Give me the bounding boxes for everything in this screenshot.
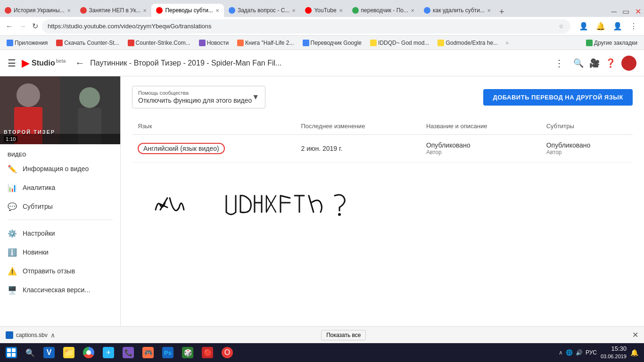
subtitles-cell: Опубликовано Автор [541,135,633,163]
sidebar-item-feedback[interactable]: ⚠️ Отправить отзыв [0,262,120,280]
tab-close-2[interactable]: ✕ [143,8,147,13]
taskbar-app-orange[interactable]: 🎮 [139,344,157,361]
tab-5[interactable]: YouTube ✕ [300,4,347,17]
video-thumbnail[interactable]: ВТОРОЙ ТИЗЕР 1:10 [0,76,121,144]
svg-point-4 [79,87,100,108]
download-bar-close-icon[interactable]: ✕ [632,330,638,339]
tab-favicon-1 [5,7,11,14]
sidebar-section-header: Видео [0,148,120,159]
taskbar-app-green[interactable]: 🎲 [178,344,197,361]
sidebar-item-subtitles[interactable]: 💬 Субтитры [0,197,120,216]
help-button[interactable]: ❓ [605,58,616,68]
tab-bar: История Украины... ✕ Занятие НЕП в Ук...… [0,0,644,17]
taskbar-app-ps[interactable]: Ps [158,344,177,361]
svg-rect-8 [12,348,16,352]
sidebar-item-analytics[interactable]: 📊 Аналитика [0,178,120,197]
v-app-icon: V [43,347,55,358]
notification-icon[interactable]: 🔔 [630,349,638,356]
tab-close-4[interactable]: ✕ [292,8,296,13]
show-all-button[interactable]: Показать все [321,330,366,340]
tab-close-6[interactable]: ✕ [411,8,414,13]
tab-3[interactable]: Переводы субти... ✕ [151,4,223,17]
add-translation-button[interactable]: ДОБАВИТЬ ПЕРЕВОД НА ДРУГОЙ ЯЗЫК [483,89,633,106]
volume-icon[interactable]: 🔊 [576,349,583,356]
bookmark-book[interactable]: Книга "Half-Life 2... [234,39,297,47]
bookmark-counter1[interactable]: Скачать Counter-St... [53,39,122,47]
taskbar-app-telegram[interactable]: ✈ [99,344,118,361]
menu-dots-button[interactable]: ⋮ [627,21,640,32]
address-bar[interactable]: https://studio.youtube.com/video/zyymYbe… [42,19,570,33]
network-icon[interactable]: 🌐 [566,349,573,356]
thumb-duration: 1:10 [4,136,17,142]
community-value: Отключить функцию для этого видео [138,97,252,104]
camera-button[interactable]: 🎥 [589,58,600,68]
taskbar-app-v[interactable]: V [40,344,58,361]
back-nav-button[interactable]: ← [4,20,15,33]
download-bar: captions.sbv ∧ Показать все ✕ [0,326,644,343]
browser-actions: 👤 🔔 👤 ⋮ [576,21,640,32]
bookmark-apps[interactable]: Приложения [4,39,50,47]
browser-controls: ← → ↻ https://studio.youtube.com/video/z… [0,17,644,36]
youtube-icon: ▶ [22,57,30,69]
new-tab-button[interactable]: + [495,7,508,17]
tab-close-5[interactable]: ✕ [339,8,343,13]
tab-1[interactable]: История Украины... ✕ [0,4,75,17]
community-dropdown[interactable]: Помощь сообщества Отключить функцию для … [132,86,265,108]
hamburger-menu-icon[interactable]: ☰ [8,58,16,69]
taskbar-app-opera[interactable]: O [218,344,237,361]
viber-icon: 📞 [123,347,134,358]
sidebar-item-info[interactable]: ✏️ Информация о видео [0,159,120,178]
tab-6[interactable]: переводчик - По... ✕ [347,4,419,17]
main-content: Помощь сообщества Отключить функцию для … [121,76,644,362]
taskbar-search-button[interactable]: 🔍 [21,344,40,361]
taskbar-start-button[interactable] [2,344,21,361]
bell-button[interactable]: 🔔 [593,21,608,32]
tab-2[interactable]: Занятие НЕП в Ук... ✕ [75,4,152,17]
forward-nav-button[interactable]: → [17,20,28,33]
taskbar-app-folder[interactable]: 📁 [59,344,78,361]
bookmark-iddqd[interactable]: IDDQD~ God mod... [367,39,432,47]
counter1-bookmark-icon [56,40,63,46]
col-last-changed: Последнее изменение [295,118,420,135]
bookmark-translate[interactable]: Переводчик Google [300,39,365,47]
bookmark-news[interactable]: Новости [196,39,231,47]
profile-button[interactable]: 👤 [610,21,625,32]
bookmark-godmode[interactable]: Godmode/Extra he... [435,39,501,47]
language-cell: Английский (язык видео) [132,135,295,163]
table-row: Английский (язык видео) 2 июн. 2019 г. О… [132,135,633,163]
bookmark-other[interactable]: Другие закладки [583,39,640,47]
bookmark-counter2[interactable]: Counter-Strike.Com... [125,39,193,47]
language-indicator[interactable]: РУС [586,349,597,356]
close-button[interactable]: ✕ [632,6,644,17]
user-avatar[interactable] [621,56,636,71]
video-title: Паутинник - Второй Тизер - 2019 - Spider… [90,59,554,67]
star-icon[interactable]: ☆ [557,23,565,30]
more-options-button[interactable]: ⋮ [554,58,564,69]
tab-4[interactable]: Задать вопрос - С... ✕ [224,4,301,17]
sidebar-item-settings[interactable]: ⚙️ Настройки [0,224,120,243]
tray-up-icon[interactable]: ∧ [559,349,563,356]
news-bookmark-icon [199,40,206,46]
search-header-button[interactable]: 🔍 [573,58,584,68]
back-button[interactable]: ← [75,58,84,68]
reload-button[interactable]: ↻ [30,20,40,33]
taskbar-app-red[interactable]: 🔴 [198,344,217,361]
maximize-button[interactable]: ▭ [619,6,632,17]
taskbar-app-viber[interactable]: 📞 [119,344,138,361]
tab-7[interactable]: как удалить субти... ✕ [419,4,495,17]
edit-icon: ✏️ [8,164,17,173]
tab-close-7[interactable]: ✕ [487,8,491,13]
extensions-button[interactable]: 👤 [576,21,591,32]
download-expand-icon[interactable]: ∧ [50,331,55,339]
dropdown-arrow-icon: ▼ [252,93,259,101]
clock-date: 03.06.2019 [601,353,627,360]
taskbar-app-chrome[interactable] [79,344,98,361]
translations-table: Язык Последнее изменение Название и опис… [132,118,633,163]
tab-close-3[interactable]: ✕ [215,8,219,13]
sidebar-item-classic[interactable]: 🖥️ Классическая верси... [0,280,120,299]
download-item[interactable]: captions.sbv ∧ [6,331,55,339]
thumb-title-text: ВТОРОЙ ТИЗЕР [4,129,55,135]
tab-close-1[interactable]: ✕ [67,8,71,13]
sidebar-item-news[interactable]: ℹ️ Новинки [0,243,120,262]
minimize-button[interactable]: ─ [609,7,619,17]
